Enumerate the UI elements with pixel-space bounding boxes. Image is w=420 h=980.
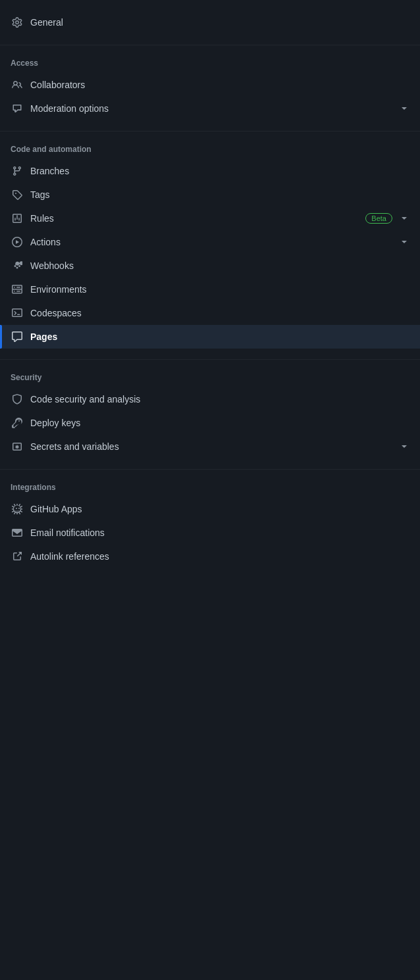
actions-right [399, 236, 409, 249]
webhooks-label: Webhooks [30, 260, 409, 271]
rules-chevron-icon [399, 212, 409, 225]
environments-label: Environments [30, 284, 409, 295]
mail-icon [11, 526, 24, 539]
server-icon [11, 283, 24, 296]
sidebar-item-github-apps[interactable]: GitHub Apps [0, 497, 420, 521]
sidebar-item-deploy-keys[interactable]: Deploy keys [0, 411, 420, 435]
section-access: Access Collaborators Moderation options [0, 45, 420, 132]
branches-label: Branches [30, 166, 409, 176]
sidebar-item-branches[interactable]: Branches [0, 159, 420, 183]
moderation-options-right [399, 103, 409, 115]
pages-label: Pages [30, 331, 409, 342]
deploy-keys-label: Deploy keys [30, 418, 409, 428]
section-code-automation-label: Code and automation [0, 137, 420, 159]
general-label: General [30, 17, 409, 28]
robot-icon [11, 502, 24, 516]
secrets-variables-label: Secrets and variables [30, 441, 392, 452]
rules-right: Beta [365, 212, 409, 225]
sidebar-item-collaborators[interactable]: Collaborators [0, 73, 420, 97]
email-notifications-label: Email notifications [30, 527, 409, 538]
sidebar-item-pages[interactable]: Pages [0, 325, 420, 349]
section-access-label: Access [0, 51, 420, 73]
github-apps-label: GitHub Apps [30, 504, 409, 514]
tags-label: Tags [30, 189, 409, 200]
sidebar: General Access Collaborators Moderation … [0, 0, 420, 584]
section-code-automation: Code and automation Branches Tags [0, 132, 420, 360]
gear-icon [11, 16, 24, 29]
moderation-options-label: Moderation options [30, 103, 392, 114]
codespaces-icon [11, 306, 24, 320]
moderation-chevron-icon [399, 103, 409, 115]
people-icon [11, 78, 24, 91]
autolink-references-label: Autolink references [30, 551, 409, 562]
sidebar-item-general[interactable]: General [0, 11, 420, 34]
actions-chevron-icon [399, 236, 409, 249]
actions-label: Actions [30, 237, 392, 247]
comment-icon [11, 102, 24, 115]
shield-icon [11, 393, 24, 406]
link-external-icon [11, 550, 24, 563]
collaborators-label: Collaborators [30, 80, 409, 90]
play-icon [11, 235, 24, 249]
sidebar-item-webhooks[interactable]: Webhooks [0, 254, 420, 278]
git-branch-icon [11, 164, 24, 178]
sidebar-item-actions[interactable]: Actions [0, 230, 420, 254]
sidebar-item-code-security[interactable]: Code security and analysis [0, 387, 420, 411]
rules-icon [11, 212, 24, 225]
sidebar-item-tags[interactable]: Tags [0, 183, 420, 207]
sidebar-item-codespaces[interactable]: Codespaces [0, 301, 420, 325]
sidebar-item-secrets-variables[interactable]: Secrets and variables [0, 435, 420, 458]
rules-label: Rules [30, 213, 359, 224]
section-security: Security Code security and analysis Depl… [0, 360, 420, 470]
section-integrations-label: Integrations [0, 475, 420, 497]
section-top: General [0, 5, 420, 45]
section-security-label: Security [0, 365, 420, 387]
sidebar-item-email-notifications[interactable]: Email notifications [0, 521, 420, 545]
key-icon [11, 416, 24, 429]
codespaces-label: Codespaces [30, 308, 409, 318]
sidebar-item-autolink-references[interactable]: Autolink references [0, 545, 420, 568]
pages-icon [11, 330, 24, 343]
tag-icon [11, 188, 24, 201]
webhook-icon [11, 259, 24, 272]
sidebar-item-rules[interactable]: Rules Beta [0, 207, 420, 230]
rules-beta-badge: Beta [365, 213, 392, 224]
code-security-label: Code security and analysis [30, 394, 409, 404]
secrets-right [399, 441, 409, 453]
sidebar-item-environments[interactable]: Environments [0, 278, 420, 301]
asterisk-icon [11, 440, 24, 453]
sidebar-item-moderation-options[interactable]: Moderation options [0, 97, 420, 120]
secrets-chevron-icon [399, 441, 409, 453]
section-integrations: Integrations GitHub Apps Email notificat… [0, 470, 420, 579]
